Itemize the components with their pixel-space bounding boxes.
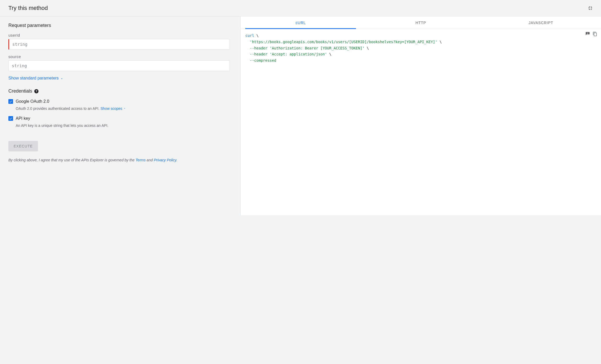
disclaimer-text: By clicking above, I agree that my use o… xyxy=(8,157,230,163)
tab-javascript[interactable]: JAVASCRIPT xyxy=(481,16,601,29)
exit-fullscreen-icon[interactable] xyxy=(588,6,593,10)
show-standard-parameters-link[interactable]: Show standard parameters xyxy=(8,76,63,81)
apikey-desc: An API key is a unique string that lets … xyxy=(8,123,230,128)
report-issue-icon[interactable] xyxy=(585,32,590,36)
param-label-source: source xyxy=(8,54,230,59)
userid-input[interactable] xyxy=(8,39,230,50)
oauth-label: Google OAuth 2.0 xyxy=(16,99,49,104)
oauth-checkbox[interactable] xyxy=(8,99,13,104)
page-title: Try this method xyxy=(8,5,48,12)
show-scopes-link[interactable]: Show scopes xyxy=(101,106,126,111)
tab-http[interactable]: HTTP xyxy=(361,16,481,29)
param-label-userid: userId xyxy=(8,33,230,37)
tab-curl[interactable]: cURL xyxy=(241,16,361,29)
apikey-label: API key xyxy=(16,116,30,121)
chevron-down-icon xyxy=(123,106,126,111)
execute-button[interactable]: EXECUTE xyxy=(8,141,38,151)
help-icon[interactable]: ? xyxy=(34,89,38,93)
apikey-checkbox[interactable] xyxy=(8,116,13,121)
chevron-down-icon xyxy=(60,77,63,80)
copy-icon[interactable] xyxy=(593,32,597,36)
source-input[interactable] xyxy=(8,60,230,71)
credentials-title: Credentials xyxy=(8,88,32,94)
code-tabs: cURL HTTP JAVASCRIPT xyxy=(241,16,601,29)
privacy-link[interactable]: Privacy Policy xyxy=(154,158,176,162)
request-parameters-title: Request parameters xyxy=(8,23,230,28)
code-sample: curl \ 'https://books.googleapis.com/boo… xyxy=(241,29,601,80)
show-standard-parameters-label: Show standard parameters xyxy=(8,76,59,81)
oauth-desc: OAuth 2.0 provides authenticated access … xyxy=(16,106,101,111)
terms-link[interactable]: Terms xyxy=(136,158,146,162)
